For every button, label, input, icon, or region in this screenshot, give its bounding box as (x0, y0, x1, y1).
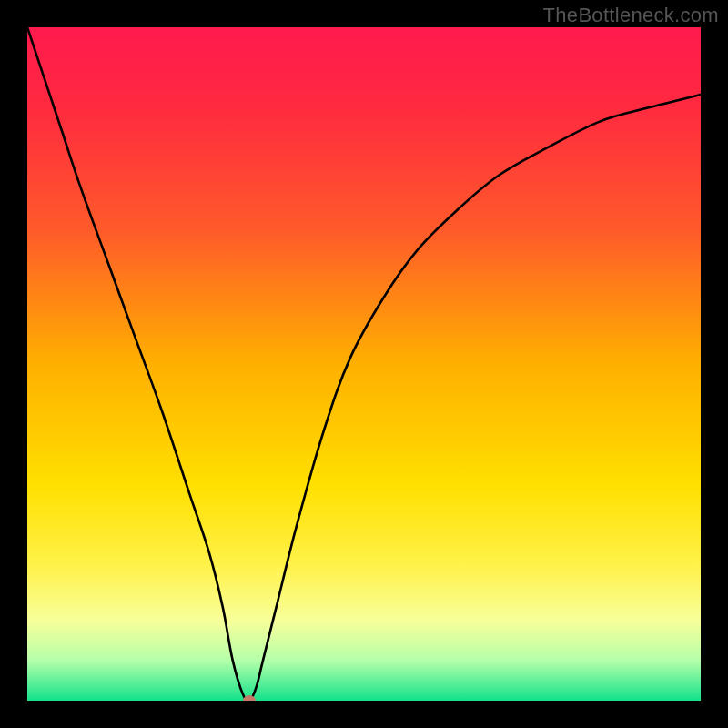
bottleneck-curve (27, 27, 701, 701)
chart-frame: TheBottleneck.com (0, 0, 728, 728)
plot-area (27, 27, 701, 701)
optimal-point-marker (243, 695, 256, 701)
watermark-text: TheBottleneck.com (543, 4, 719, 27)
